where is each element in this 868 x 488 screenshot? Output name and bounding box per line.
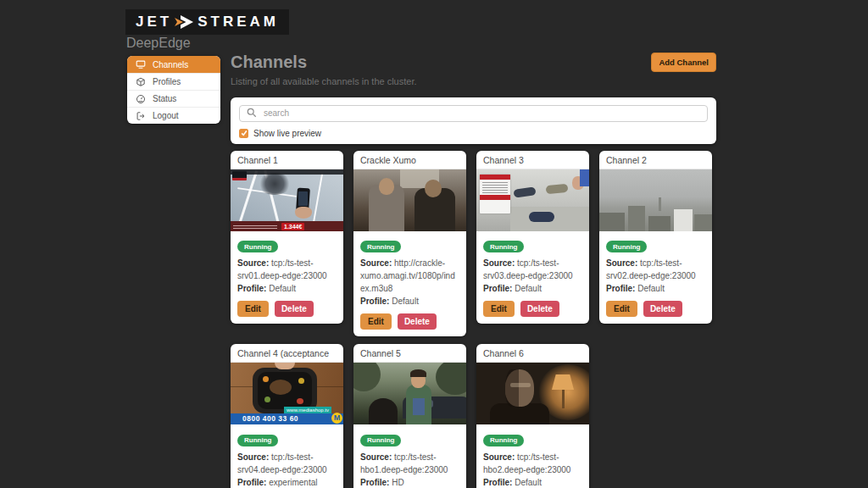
channel-meta: Source: tcp:/ts-test-srv01.deep-edge:230…	[237, 257, 337, 295]
profile-value: Default	[392, 297, 419, 306]
edit-button[interactable]: Edit	[483, 301, 515, 317]
sidebar-item-label: Status	[153, 94, 176, 103]
channel-card: Channel 3 Running Source: tcp:/ts-test-s…	[476, 151, 589, 324]
sidebar-item-label: Logout	[153, 111, 179, 120]
status-badge: Running	[237, 435, 278, 446]
delete-button[interactable]: Delete	[398, 313, 437, 330]
channel-title: Channel 3	[476, 151, 589, 169]
sidebar-item-channels[interactable]: Channels	[127, 56, 220, 73]
profile-value: Default	[269, 284, 296, 293]
sidebar: Channels Profiles Status Logout	[127, 56, 220, 124]
channel-thumbnail-city-skyline	[599, 169, 712, 231]
status-badge: Running	[360, 241, 401, 252]
mediashop-logo: M	[331, 413, 342, 424]
channel-meta: Source: tcp:/ts-test-srv03.deep-edge:230…	[483, 257, 582, 295]
channel-thumbnail-outdoor-scene	[353, 363, 466, 424]
live-preview-toggle[interactable]: Show live preview	[239, 129, 708, 138]
channel-thumbnail-restaurant-scene	[353, 169, 466, 231]
search-icon	[247, 108, 257, 118]
status-badge: Running	[483, 435, 524, 446]
check-icon	[241, 130, 248, 136]
edit-button[interactable]: Edit	[360, 313, 392, 330]
channel-meta: Source: tcp:/ts-test-hbo1.deep-edge:2300…	[360, 451, 459, 488]
display-icon	[136, 59, 146, 69]
sidebar-item-profiles[interactable]: Profiles	[127, 73, 220, 90]
app-name: DeepEdge	[126, 36, 191, 51]
channel-thumbnail-ferris-wheel: 1.344€	[231, 169, 343, 231]
price-overlay: 1.344€	[281, 223, 304, 230]
channel-thumbnail-dark-portrait	[476, 363, 589, 424]
channel-title: Channel 4 (acceptance	[231, 344, 343, 363]
channel-title: Channel 6	[476, 344, 589, 363]
channel-title: Channel 2	[599, 151, 712, 169]
profile-value: HD	[392, 478, 403, 487]
channel-title: Channel 1	[231, 151, 343, 169]
logo-text-stream: STREAM	[198, 14, 279, 30]
delete-button[interactable]: Delete	[520, 301, 559, 317]
channel-card: Channel 4 (acceptance www.mediashop.tv 0…	[231, 344, 343, 488]
profile-value: Default	[515, 478, 542, 487]
live-preview-checkbox[interactable]	[239, 129, 248, 138]
edit-button[interactable]: Edit	[237, 301, 269, 317]
channel-meta: Source: http://crackle-xumo.amagi.tv/108…	[360, 257, 459, 308]
channel-card: Crackle Xumo Running Source: http://crac…	[353, 151, 466, 337]
logo-text-jet: JET	[136, 14, 172, 30]
status-badge: Running	[360, 435, 401, 446]
status-badge: Running	[606, 241, 647, 252]
channels-grid: Channel 1 1.344€ Running Source: tcp	[231, 151, 716, 488]
page-title: Channels	[231, 53, 417, 71]
channel-meta: Source: tcp:/ts-test-srv04.deep-edge:230…	[237, 451, 337, 488]
channel-card: Channel 2 Running Source: tcp:/ts-test-s…	[599, 151, 712, 324]
jetstream-arrow-icon	[174, 14, 196, 30]
channel-title: Crackle Xumo	[353, 151, 466, 169]
main-content: Channels Listing of all available channe…	[231, 53, 716, 488]
live-preview-label: Show live preview	[253, 129, 321, 138]
sidebar-item-label: Profiles	[153, 77, 181, 86]
gauge-icon	[136, 94, 146, 104]
channel-thumbnail-sandals-shopping	[476, 169, 589, 231]
filter-card: Show live preview	[231, 97, 716, 144]
edit-button[interactable]: Edit	[606, 301, 637, 317]
page-subtitle: Listing of all available channels in the…	[231, 76, 417, 86]
channel-card: Channel 1 1.344€ Running Source: tcp	[231, 151, 343, 324]
delete-button[interactable]: Delete	[643, 301, 682, 317]
add-channel-button[interactable]: Add Channel	[651, 53, 716, 72]
channel-card: Channel 6 Running Source: tcp:/ts-test-h…	[476, 344, 589, 488]
channel-meta: Source: tcp:/ts-test-hbo2.deep-edge:2300…	[483, 451, 582, 488]
channel-title: Channel 5	[353, 344, 466, 363]
profile-value: Default	[515, 284, 542, 293]
sidebar-item-label: Channels	[153, 60, 188, 69]
search-input[interactable]	[239, 105, 708, 122]
status-badge: Running	[237, 241, 278, 252]
channel-card: Channel 5 Running Source: tcp:/ts-test-h…	[353, 344, 466, 488]
sidebar-item-logout[interactable]: Logout	[127, 107, 220, 124]
logout-icon	[136, 111, 146, 121]
profile-value: experimental	[269, 478, 317, 487]
sidebar-item-status[interactable]: Status	[127, 90, 220, 107]
channel-thumbnail-air-fryer: www.mediashop.tv 0800 400 33 60 M	[231, 363, 343, 424]
box-icon	[136, 77, 146, 87]
channel-meta: Source: tcp:/ts-test-srv02.deep-edge:230…	[606, 257, 705, 295]
profile-value: Default	[637, 284, 665, 293]
jetstream-logo: JET STREAM	[125, 9, 289, 35]
status-badge: Running	[483, 241, 524, 252]
delete-button[interactable]: Delete	[275, 301, 314, 317]
website-overlay: www.mediashop.tv	[284, 407, 331, 413]
phone-number-overlay: 0800 400 33 60	[242, 414, 298, 423]
